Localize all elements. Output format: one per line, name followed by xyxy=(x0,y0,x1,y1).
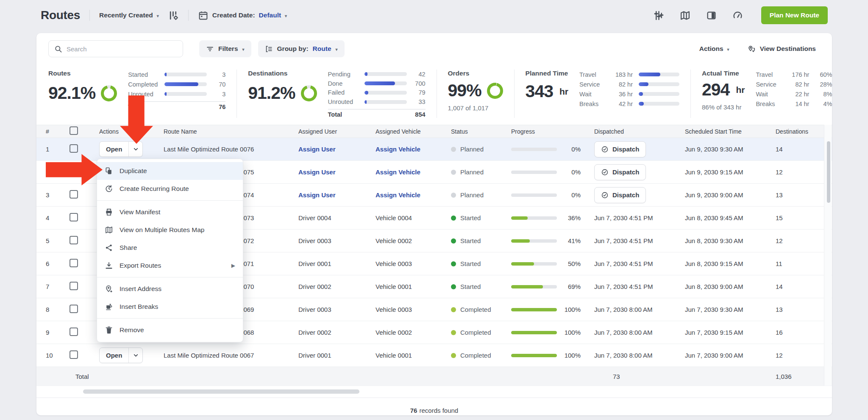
menu-item-duplicate[interactable]: Duplicate xyxy=(97,162,243,180)
coffee-icon xyxy=(105,302,113,311)
menu-item-view-on-multiple-routes-map[interactable]: View on Multiple Routes Map xyxy=(97,221,243,239)
menu-item-share[interactable]: Share xyxy=(97,239,243,257)
group-by-button[interactable]: Group by: Route ▾ xyxy=(258,40,345,57)
legend-total-value: 854 xyxy=(415,111,425,118)
horizontal-scrollbar xyxy=(36,388,832,395)
dashboard-gauge-icon[interactable] xyxy=(732,10,743,21)
legend-bar xyxy=(164,82,207,86)
menu-item-label: Insert Breaks xyxy=(120,303,158,311)
horizontal-scrollbar-thumb[interactable] xyxy=(83,389,359,394)
row-checkbox[interactable] xyxy=(70,328,78,336)
legend-value: 82 hr xyxy=(785,81,809,88)
open-route-button[interactable]: Open xyxy=(100,142,128,157)
assign-user-link[interactable]: Assign User xyxy=(298,146,376,153)
dispatched-cell: Jun 7, 2030 8:00 AM xyxy=(594,352,685,359)
records-count: 76 xyxy=(410,407,417,414)
legend-row: Pending42 xyxy=(328,70,426,78)
download-icon xyxy=(105,261,113,270)
stat-card-destinations: Destinations 91.2% Pending42Done700Faile… xyxy=(248,70,437,118)
assign-user-link[interactable]: Assign User xyxy=(298,191,376,199)
menu-item-export-routes[interactable]: Export Routes▶ xyxy=(97,257,243,274)
row-select-cell xyxy=(70,259,99,269)
legend-row: Failed79 xyxy=(328,89,426,97)
search-box[interactable] xyxy=(48,40,183,57)
progress-cell: 41% xyxy=(511,237,594,244)
timeline-settings-icon[interactable] xyxy=(654,10,664,21)
dispatch-button[interactable]: Dispatch xyxy=(594,187,646,203)
row-checkbox[interactable] xyxy=(70,236,78,244)
assigned-vehicle: Vehicle 0002 xyxy=(376,237,451,244)
column-header-scheduled-start-time: Scheduled Start Time xyxy=(685,128,776,135)
created-date-dropdown[interactable]: Created Date: Default ▾ xyxy=(198,10,287,21)
open-route-menu-button[interactable] xyxy=(128,348,142,363)
row-checkbox[interactable] xyxy=(70,259,78,267)
legend-label: Breaks xyxy=(756,101,780,107)
map-icon xyxy=(105,226,113,234)
filters-button[interactable]: Filters ▾ xyxy=(199,40,251,57)
assigned-user: Driver 0001 xyxy=(298,260,376,267)
view-destinations-button[interactable]: View Destinations xyxy=(747,45,816,53)
vertical-scrollbar-thumb[interactable] xyxy=(827,141,830,203)
legend-row: Breaks42 hr xyxy=(579,100,679,108)
select-all-checkbox[interactable] xyxy=(70,126,78,135)
donut-chart xyxy=(487,83,503,99)
recurring-icon xyxy=(105,185,113,193)
menu-item-create-recurring-route[interactable]: Create Recurring Route xyxy=(97,180,243,198)
legend-total-label: Total xyxy=(328,111,360,118)
assigned-vehicle: Vehicle 0003 xyxy=(376,306,451,313)
row-checkbox[interactable] xyxy=(70,282,78,290)
columns-customize-icon[interactable] xyxy=(168,10,179,21)
table-row: 10OpenLast Mile Optimized Route 0067Driv… xyxy=(36,344,832,367)
status-dot xyxy=(451,170,456,175)
progress-percent: 36% xyxy=(562,214,581,221)
planned-time-legend: Travel183 hrService82 hrWait36 hrBreaks4… xyxy=(579,70,679,118)
row-checkbox[interactable] xyxy=(70,305,78,313)
open-split-button: Open xyxy=(99,347,143,363)
menu-item-insert-breaks[interactable]: Insert Breaks xyxy=(97,298,243,316)
route-name: Last Mile Optimized Route 0076 xyxy=(164,146,298,153)
open-route-button[interactable]: Open xyxy=(100,348,128,363)
dispatched-cell: Jun 7, 2030 8:00 AM xyxy=(594,306,685,313)
dispatch-button[interactable]: Dispatch xyxy=(594,141,646,157)
legend-label: Wait xyxy=(756,91,780,98)
legend-bar xyxy=(364,72,407,76)
progress-bar xyxy=(511,193,557,197)
actions-dropdown[interactable]: Actions ▾ xyxy=(699,45,729,53)
status-cell: Planned xyxy=(451,146,511,153)
status-cell: Planned xyxy=(451,191,511,199)
records-suffix: records found xyxy=(419,407,458,414)
legend-row: Done700 xyxy=(328,80,426,87)
table-header-row: #ActionsRoute NameAssigned UserAssigned … xyxy=(36,125,832,138)
legend-row: Unrouted33 xyxy=(328,98,426,106)
map-view-icon[interactable] xyxy=(680,10,690,21)
legend-value: 79 xyxy=(411,89,426,96)
row-checkbox[interactable] xyxy=(70,144,78,153)
progress-bar xyxy=(511,331,557,334)
route-name: Last Mile Optimized Route 0067 xyxy=(164,352,298,359)
divider xyxy=(89,10,90,21)
legend-value: 22 hr xyxy=(785,91,809,98)
row-checkbox[interactable] xyxy=(70,213,78,221)
progress-percent: 100% xyxy=(562,306,581,313)
assign-vehicle-link[interactable]: Assign Vehicle xyxy=(376,191,451,199)
assign-vehicle-link[interactable]: Assign Vehicle xyxy=(376,168,451,176)
assign-vehicle-link[interactable]: Assign Vehicle xyxy=(376,146,451,153)
search-input[interactable] xyxy=(67,45,177,53)
menu-item-view-manifest[interactable]: View Manifest xyxy=(97,203,243,221)
sort-dropdown[interactable]: Recently Created ▾ xyxy=(99,11,159,19)
panel-view-icon[interactable] xyxy=(706,10,717,21)
assigned-user: Driver 0004 xyxy=(298,214,376,221)
dispatch-button[interactable]: Dispatch xyxy=(594,164,646,180)
dispatched-cell: Jun 7, 2030 8:00 AM xyxy=(594,329,685,336)
status-label: Planned xyxy=(460,191,484,199)
table-row: 1OpenLast Mile Optimized Route 0076Assig… xyxy=(36,138,832,161)
row-checkbox[interactable] xyxy=(70,350,78,359)
row-checkbox[interactable] xyxy=(70,190,78,199)
menu-item-remove[interactable]: Remove xyxy=(97,321,243,339)
plan-new-route-button[interactable]: Plan New Route xyxy=(761,6,828,24)
assign-user-link[interactable]: Assign User xyxy=(298,168,376,176)
menu-item-insert-address[interactable]: Insert Address xyxy=(97,280,243,298)
legend-value: 42 xyxy=(411,71,426,78)
open-route-menu-button[interactable] xyxy=(128,142,142,157)
row-number: 9 xyxy=(46,329,70,336)
